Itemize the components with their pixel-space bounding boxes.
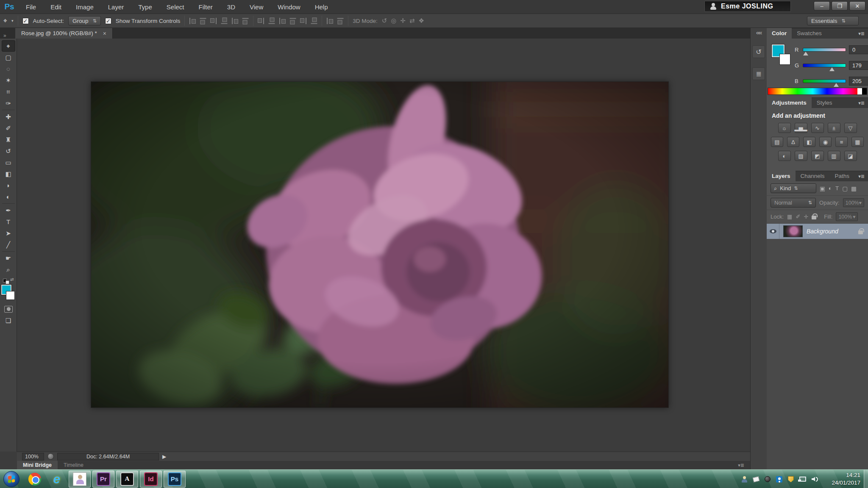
layer-visibility-cell[interactable]: [767, 224, 779, 239]
tray-security-shield-icon[interactable]: [788, 476, 794, 482]
vibrance-icon[interactable]: ▽: [844, 123, 857, 133]
distribute-right-edges-icon[interactable]: [311, 17, 317, 24]
hand-tool[interactable]: ☛: [2, 252, 15, 264]
menu-type[interactable]: Type: [131, 3, 159, 11]
lasso-tool[interactable]: ◌: [2, 63, 15, 75]
expand-panels-icon[interactable]: ««: [756, 29, 762, 36]
panel-menu-icon[interactable]: ▾≣: [858, 100, 865, 106]
swap-colors-icon[interactable]: ⇄: [10, 277, 14, 282]
spectrum-gradient[interactable]: [768, 88, 857, 94]
distribute-left-edges-icon[interactable]: [290, 17, 296, 24]
menu-help[interactable]: Help: [308, 3, 335, 11]
status-options-arrow-icon[interactable]: ▶: [162, 454, 166, 460]
photo-filter-icon[interactable]: ◉: [819, 137, 832, 147]
document-image[interactable]: [91, 81, 669, 408]
tab-overflow-chevron-icon[interactable]: »: [0, 33, 15, 39]
background-color-swatch[interactable]: [6, 291, 15, 300]
minimize-button[interactable]: –: [814, 1, 830, 11]
filter-pixel-layers-icon[interactable]: ▣: [820, 185, 825, 192]
fill-field[interactable]: 100% ▾: [836, 212, 858, 221]
gradient-tool[interactable]: ◧: [2, 168, 15, 180]
distribute-top-edges-icon[interactable]: [258, 18, 264, 24]
type-tool[interactable]: T: [2, 216, 15, 227]
filter-smart-objects-icon[interactable]: ▩: [851, 185, 857, 192]
exposure-icon[interactable]: ±: [828, 123, 840, 133]
spot-healing-brush-tool[interactable]: ✚: [2, 111, 15, 122]
curves-icon[interactable]: ∿: [811, 123, 824, 133]
filter-adjustment-layers-icon[interactable]: ◐: [829, 185, 832, 191]
tool-preset-dropdown-icon[interactable]: ▾: [11, 19, 14, 23]
eraser-tool[interactable]: ▭: [2, 157, 15, 168]
align-right-edges-icon[interactable]: [242, 17, 249, 24]
green-slider[interactable]: [803, 64, 846, 67]
tray-app-icon[interactable]: [765, 476, 771, 482]
tray-volume-icon[interactable]: [812, 477, 818, 482]
crop-tool[interactable]: ⌗: [2, 86, 15, 97]
tab-mini-bridge[interactable]: Mini Bridge: [17, 461, 58, 469]
tab-adjustments[interactable]: Adjustments: [767, 97, 812, 108]
eyedropper-tool[interactable]: ✑: [2, 97, 15, 109]
dodge-tool[interactable]: ◐: [2, 191, 15, 202]
align-left-edges-icon[interactable]: [221, 17, 228, 24]
zoom-level-field[interactable]: 100%: [22, 453, 44, 460]
rectangular-marquee-tool[interactable]: ▢: [2, 52, 15, 63]
move-tool[interactable]: ⌖: [2, 40, 15, 52]
zoom-tool[interactable]: ⌕: [2, 264, 15, 275]
document-size-field[interactable]: Doc: 2.64M/2.64M: [57, 453, 159, 460]
distribute-vertical-centers-icon[interactable]: [269, 17, 275, 24]
show-desktop-button[interactable]: [864, 470, 868, 488]
history-panel-icon[interactable]: ↺: [752, 45, 765, 58]
menu-select[interactable]: Select: [159, 3, 192, 11]
quick-selection-tool[interactable]: ✶: [2, 75, 15, 86]
3d-slide-icon[interactable]: ⇄: [409, 17, 415, 25]
green-value-field[interactable]: 179: [849, 61, 868, 70]
move-tool-preset-icon[interactable]: ⌖: [3, 17, 7, 25]
3d-orbit-icon[interactable]: ↺: [382, 17, 387, 25]
menu-edit[interactable]: Edit: [43, 3, 69, 11]
tab-channels[interactable]: Channels: [796, 171, 830, 181]
pen-tool[interactable]: ✒: [2, 205, 15, 216]
color-balance-icon[interactable]: ∆: [787, 137, 799, 147]
auto-select-checkbox[interactable]: ✓: [22, 18, 29, 24]
tab-color[interactable]: Color: [767, 28, 792, 39]
workspace-switcher[interactable]: Essentials ⇅: [807, 16, 859, 25]
canvas-area[interactable]: [17, 39, 750, 452]
filter-type-layers-icon[interactable]: T: [835, 185, 839, 191]
blend-mode-dropdown[interactable]: Normal ⇅: [771, 198, 816, 208]
properties-panel-icon[interactable]: ≣: [752, 67, 765, 80]
menu-image[interactable]: Image: [69, 3, 101, 11]
clone-stamp-tool[interactable]: ♜: [2, 134, 15, 145]
3d-roll-icon[interactable]: ◎: [391, 17, 396, 25]
panel-menu-icon[interactable]: ▾≣: [858, 174, 865, 179]
panel-menu-icon[interactable]: ▾≣: [858, 31, 865, 36]
align-bottom-edges-icon[interactable]: [210, 18, 217, 24]
start-button[interactable]: [3, 471, 19, 487]
threshold-icon[interactable]: ◩: [811, 151, 824, 161]
lock-transparency-icon[interactable]: ▦: [787, 214, 792, 220]
white-swatch[interactable]: [857, 88, 862, 94]
levels-icon[interactable]: ▂▅▂: [795, 123, 807, 133]
background-color-swatch[interactable]: [779, 54, 790, 65]
lock-all-icon[interactable]: [812, 216, 816, 219]
menu-filter[interactable]: Filter: [192, 3, 220, 11]
red-slider[interactable]: [803, 48, 846, 52]
taskbar-chrome[interactable]: [24, 471, 46, 488]
distribute-bottom-edges-icon[interactable]: [279, 18, 286, 24]
black-swatch[interactable]: [862, 88, 867, 94]
show-transform-checkbox[interactable]: ✓: [105, 18, 111, 24]
tab-timeline[interactable]: Timeline: [58, 461, 89, 469]
menu-layer[interactable]: Layer: [101, 3, 131, 11]
layer-row-background[interactable]: Background: [767, 224, 868, 239]
blur-tool[interactable]: ◗: [2, 180, 15, 191]
tab-swatches[interactable]: Swatches: [792, 28, 827, 39]
align-horizontal-centers-icon[interactable]: [231, 18, 238, 24]
tab-styles[interactable]: Styles: [812, 97, 837, 108]
lock-image-icon[interactable]: ✐: [796, 214, 800, 220]
path-selection-tool[interactable]: ➤: [2, 227, 15, 239]
layer-thumbnail[interactable]: [783, 225, 803, 237]
posterize-icon[interactable]: ▨: [795, 151, 807, 161]
red-slider-thumb[interactable]: [803, 52, 808, 55]
taskbar-indesign[interactable]: Id: [140, 471, 162, 488]
taskbar-app-a[interactable]: A: [116, 471, 138, 488]
user-account-badge[interactable]: Esme JOSLING: [704, 1, 791, 12]
